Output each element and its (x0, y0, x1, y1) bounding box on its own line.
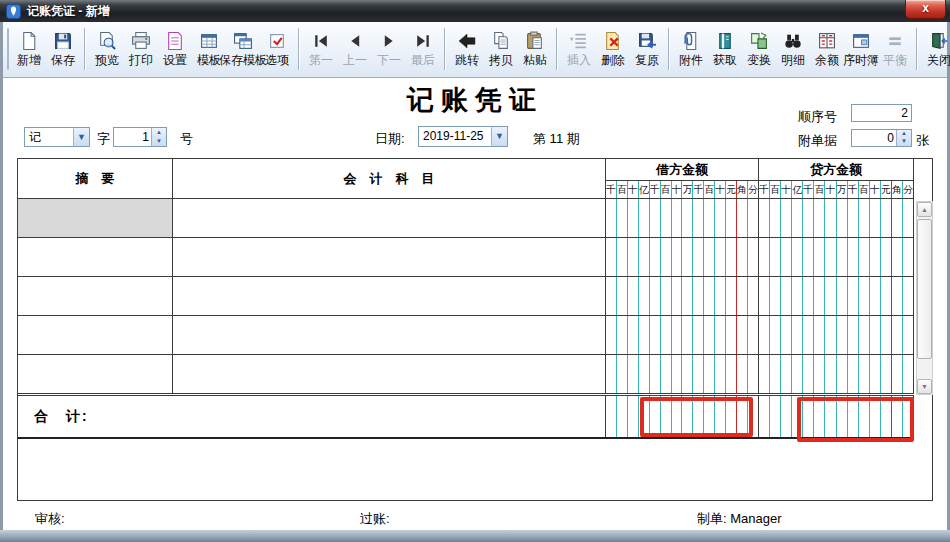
scroll-up-button[interactable]: ▲ (917, 202, 932, 217)
scrollbar-track[interactable]: ▲ ▼ (916, 201, 933, 395)
digit-cell (825, 199, 836, 237)
debit-amount-grid[interactable] (606, 355, 759, 393)
digit-cell (870, 355, 881, 393)
account-cell[interactable] (173, 277, 606, 315)
digit-cell (726, 396, 737, 437)
digit-cell (682, 355, 693, 393)
toolbar-delete-button[interactable]: 删除 (596, 28, 630, 71)
digit-cell (770, 199, 781, 237)
spinner-buttons: ▲ ▼ (151, 128, 166, 146)
digit-cell (770, 277, 781, 315)
toolbar-jump-button[interactable]: 跳转 (450, 28, 484, 71)
sequence-number-input[interactable] (851, 104, 912, 122)
digit-cell (693, 238, 704, 276)
credit-amount-grid[interactable] (759, 316, 914, 354)
debit-amount-grid[interactable] (606, 316, 759, 354)
account-cell[interactable] (173, 316, 606, 354)
digit-cell (870, 238, 881, 276)
toolbar-close-button[interactable]: 关闭 (922, 28, 950, 71)
date-select[interactable]: 2019-11-25 ▼ (418, 126, 508, 147)
account-cell[interactable] (173, 199, 606, 237)
summary-cell-selected[interactable] (18, 199, 173, 237)
summary-cell[interactable] (18, 316, 173, 354)
toolbar-first-button: 第一 (304, 28, 338, 71)
toolbar-journal-button[interactable]: 序时簿 (844, 28, 878, 71)
spin-down-icon[interactable]: ▼ (152, 137, 166, 146)
digit-cell (617, 277, 628, 315)
close-button[interactable]: x (905, 0, 946, 19)
debit-digit-col-header: 百 (661, 181, 672, 198)
digit-cell (892, 199, 903, 237)
account-cell[interactable] (173, 355, 606, 393)
digit-cell (837, 238, 848, 276)
debit-amount-grid[interactable] (606, 277, 759, 315)
digit-cell (870, 396, 881, 437)
account-cell[interactable] (173, 238, 606, 276)
digit-cell (639, 396, 650, 437)
digit-cell (617, 199, 628, 237)
digit-cell (661, 277, 672, 315)
toolbar-transform-button[interactable]: 变换 (742, 28, 776, 71)
scroll-down-button[interactable]: ▼ (917, 379, 932, 394)
attached-docs-stepper[interactable]: ▲ ▼ (851, 129, 912, 147)
toolbar-setup-button[interactable]: 设置 (158, 28, 192, 71)
spin-down-icon[interactable]: ▼ (897, 138, 911, 146)
debit-digit-col-header: 百 (617, 181, 628, 198)
digit-cell (814, 199, 825, 237)
voucher-number-input[interactable] (114, 128, 151, 146)
debit-amount-grid[interactable] (606, 199, 759, 237)
voucher-number-stepper[interactable]: ▲ ▼ (113, 127, 167, 147)
toolbar-balance-button[interactable]: 余额 (810, 28, 844, 71)
scroll-corner-cell (914, 159, 932, 199)
toolbar-paste-button[interactable]: 粘贴 (518, 28, 552, 71)
toolbar-attachment-button[interactable]: 附件 (674, 28, 708, 71)
attached-docs-input[interactable] (852, 130, 896, 146)
credit-amount-grid[interactable] (759, 277, 914, 315)
spin-up-icon[interactable]: ▲ (152, 128, 166, 137)
digit-cell (892, 238, 903, 276)
chevron-down-icon[interactable]: ▼ (491, 127, 507, 146)
maker-value: Manager (730, 511, 781, 526)
voucher-word-select[interactable]: 记 ▼ (24, 127, 90, 147)
summary-cell[interactable] (18, 238, 173, 276)
digit-cell (661, 238, 672, 276)
credit-amount-grid[interactable] (759, 199, 914, 237)
digit-cell (693, 355, 704, 393)
toolbar-save-button[interactable]: 保存 (46, 28, 80, 71)
toolbar-options-button[interactable]: 选项 (260, 28, 294, 71)
digit-cell (661, 355, 672, 393)
credit-amount-grid[interactable] (759, 355, 914, 393)
toolbar-grip[interactable] (7, 28, 9, 70)
toolbar-preview-button[interactable]: 预览 (90, 28, 124, 71)
chevron-down-icon[interactable]: ▼ (73, 128, 89, 146)
digit-cell (759, 238, 770, 276)
toolbar-new-button[interactable]: 新增 (12, 28, 46, 71)
summary-cell[interactable] (18, 277, 173, 315)
nav-next-icon (379, 31, 399, 51)
summary-cell[interactable] (18, 355, 173, 393)
digit-cell (693, 277, 704, 315)
scrollbar-thumb[interactable] (917, 219, 932, 359)
digit-cell (870, 316, 881, 354)
toolbar-copy-button[interactable]: 拷贝 (484, 28, 518, 71)
period-text: 第 11 期 (533, 130, 580, 148)
debit-amount-grid[interactable] (606, 238, 759, 276)
digit-cell (682, 238, 693, 276)
digit-cell (870, 199, 881, 237)
toolbar-save-template-button[interactable]: 保存模板 (226, 28, 260, 71)
toolbar-detail-button[interactable]: 明细 (776, 28, 810, 71)
voucher-number-suffix: 号 (180, 130, 193, 148)
toolbar-fetch-button[interactable]: 获取 (708, 28, 742, 71)
digit-cell (837, 355, 848, 393)
toolbar-separator (556, 28, 558, 70)
credit-amount-grid[interactable] (759, 238, 914, 276)
title-bar: 记账凭证 - 新增 x (0, 0, 950, 22)
digit-cell (848, 396, 859, 437)
date-value: 2019-11-25 (419, 127, 491, 146)
toolbar-print-button[interactable]: 打印 (124, 28, 158, 71)
toolbar-restore-button[interactable]: 复原 (630, 28, 664, 71)
digit-cell (748, 396, 758, 437)
spin-up-icon[interactable]: ▲ (897, 130, 911, 138)
digit-cell (770, 238, 781, 276)
toolbar-last-label: 最后 (411, 52, 435, 69)
